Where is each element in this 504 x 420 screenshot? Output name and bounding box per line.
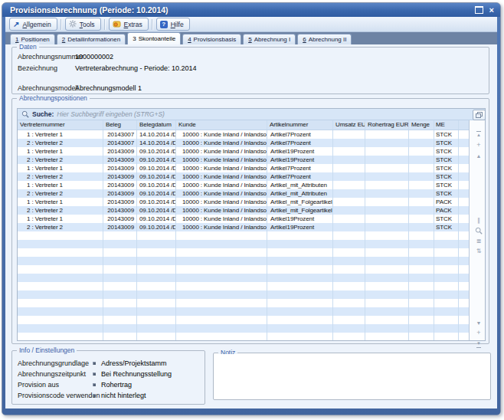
table-row-empty[interactable] [18,265,470,274]
gear-icon [69,20,77,29]
tools-button[interactable]: Tools [65,18,101,31]
restore-window-icon[interactable] [475,6,483,14]
info-row-provision-aus: Provision aus Rohertrag [12,381,205,389]
table-row-empty[interactable] [18,316,470,324]
column-chooser-button[interactable] [473,110,486,120]
sort-button[interactable]: ⇅ [473,248,484,256]
table-row[interactable]: 1 : Vertreter 12014300909.10.2014 /Do100… [18,147,470,156]
tab-abrechnung-1[interactable]: 5Abrechnung I [243,34,296,44]
table-row[interactable]: 2 : Vertreter 22014300909.10.2014 /Do100… [18,223,470,231]
notiz-textarea[interactable] [214,354,489,399]
column-header-menge[interactable]: Menge [409,120,434,130]
column-header-beleg[interactable]: Beleg [103,120,137,130]
table-row-empty[interactable] [18,248,470,257]
table-row-empty[interactable] [18,274,470,282]
column-header-artikelnummer[interactable]: Artikelnummer [267,120,333,130]
column-header-me[interactable]: ME [434,120,459,130]
table-cell: PACK [434,198,459,206]
table-cell [333,215,365,223]
column-header-belegdatum[interactable]: Belegdatum [137,120,176,130]
table-cell: 1 : Vertreter 1 [18,147,103,156]
table-cell [459,223,470,231]
table-cell [365,274,409,282]
table-cell: Artikel7Prozent [267,130,333,139]
column-header-rohertrag-eur[interactable]: Rohertrag EUR [365,120,409,130]
tab-skontoanteile[interactable]: 3Skontoanteile [127,32,181,44]
table-cell [18,282,103,290]
table-cell: 14.10.2014 /Di [137,130,176,139]
table-row-empty[interactable] [18,324,470,333]
table-row[interactable]: 1 : Vertreter 12014300909.10.2014 /Do100… [18,164,470,172]
hilfe-button[interactable]: ? Hilfe [156,18,190,31]
table-row[interactable]: 2 : Vertreter 22014300909.10.2014 /Do100… [18,172,470,181]
table-row-empty[interactable] [18,299,470,307]
column-header-umsatz-eur[interactable]: Umsatz EUR [333,120,365,130]
column-header-vertreternummer[interactable]: Vertreternummer [18,120,103,130]
table-cell [103,282,137,290]
column-header-kunde[interactable]: Kunde [176,120,267,130]
table-row[interactable]: 2 : Vertreter 22014300909.10.2014 /Do100… [18,189,470,198]
table-row-empty[interactable] [18,240,470,248]
pipes-icon[interactable]: ∥ [473,217,484,225]
table-cell [459,324,470,333]
table-cell [434,324,459,333]
allgemein-button[interactable]: ↗ Allgemein [9,18,57,31]
table-cell [459,139,470,147]
table-row-empty[interactable] [18,307,470,316]
table-row[interactable]: 2 : Vertreter 22014300909.10.2014 /Do100… [18,206,470,215]
table-row-empty[interactable] [18,290,470,299]
table-cell: 1 : Vertreter 1 [18,130,103,139]
add-row-button[interactable]: + [473,142,484,150]
search-input[interactable] [57,110,485,118]
bullet-square-icon [93,362,96,365]
tab-abrechnung-2[interactable]: 6Abrechnung II [297,34,352,44]
add-row-button-bottom[interactable]: + [473,330,484,338]
table-row[interactable]: 1 : Vertreter 12014300909.10.2014 /Do100… [18,215,470,223]
goto-last-button[interactable]: ▼ [473,340,484,348]
scroll-up-button[interactable]: ▲ [473,153,484,161]
positionen-legend: Abrechnungspositionen [17,94,90,103]
table-row[interactable]: 1 : Vertreter 12014300714.10.2014 /Di100… [18,130,470,139]
column-header-spacer[interactable] [459,120,470,130]
table-cell [176,248,267,257]
table-cell [137,257,176,265]
table-row-empty[interactable] [18,333,470,340]
table-cell: 10000 : Kunde Inland / Inlandsort [176,189,267,198]
goto-first-button[interactable]: ▲ [473,131,484,139]
table-cell [409,248,434,257]
table-cell: 10000 : Kunde Inland / Inlandsort [176,206,267,215]
tab-detailinformationen[interactable]: 2Detailinformationen [57,34,126,44]
table-cell [459,206,470,215]
table-cell [333,274,365,282]
table-row-empty[interactable] [18,282,470,290]
table-cell [365,316,409,324]
scroll-down-button[interactable]: ▼ [473,320,484,328]
table-row[interactable]: 1 : Vertreter 12014300909.10.2014 /Do100… [18,198,470,206]
table-cell: 20143009 [103,198,137,206]
table-row-empty[interactable] [18,257,470,265]
table-cell [103,265,137,274]
table-cell: 09.10.2014 /Do [137,172,176,181]
extras-button[interactable]: Extras [109,18,149,31]
table-cell: 10000 : Kunde Inland / Inlandsort [176,181,267,189]
close-window-icon[interactable]: × [489,6,494,15]
table-cell [267,299,333,307]
table-cell [18,257,103,265]
bullet-square-icon [93,383,96,386]
table-row[interactable]: 2 : Vertreter 22014300714.10.2014 /Di100… [18,139,470,147]
table-row[interactable]: 2 : Vertreter 22014300909.10.2014 /Do100… [18,156,470,164]
table-cell [409,231,434,240]
table-cell [267,265,333,274]
zoom-button[interactable] [473,227,484,235]
info-groupbox: Info / Einstellungen Abrechnungsgrundlag… [11,350,205,405]
table-cell [267,333,333,340]
table-cell [434,248,459,257]
list-view-button[interactable]: ≣ [473,238,484,246]
table-row-empty[interactable] [18,231,470,240]
table-row[interactable]: 1 : Vertreter 12014300909.10.2014 /Do100… [18,181,470,189]
table-cell [18,248,103,257]
tab-provisionsbasis[interactable]: 4Provisionsbasis [182,34,241,44]
table-header-row: VertreternummerBelegBelegdatumKundeArtik… [18,120,470,130]
table-cell: 20143009 [103,215,137,223]
positions-panel: Suche: VertreternummerBelegBelegdatumKun… [17,108,486,341]
